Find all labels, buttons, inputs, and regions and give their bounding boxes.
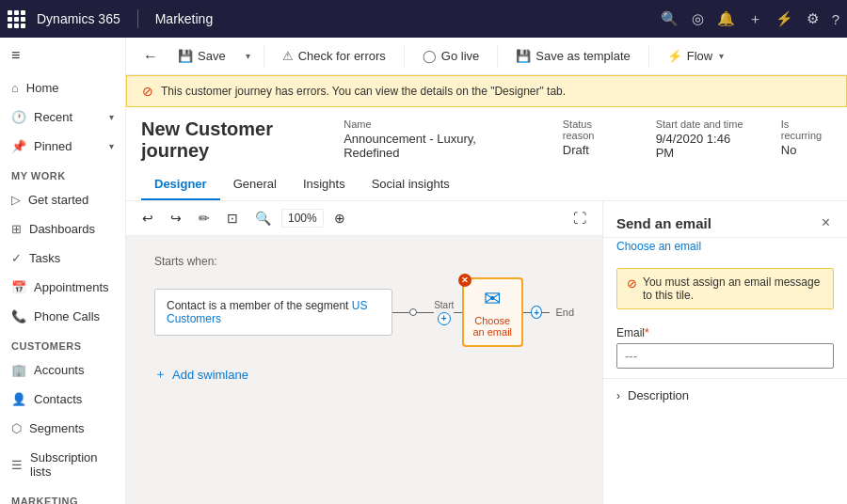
sidebar-item-tasks[interactable]: ✓ Tasks xyxy=(0,244,125,273)
check-errors-button[interactable]: ⚠ Check for errors xyxy=(272,43,396,69)
flow-line-pre-email xyxy=(454,312,461,313)
sidebar-item-subscription-lists[interactable]: ☰ Subscription lists xyxy=(0,443,125,486)
zoom-in-button[interactable]: ⊕ xyxy=(328,207,352,229)
nav-icons: 🔍 ◎ 🔔 ＋ ⚡ ⚙ ? xyxy=(661,10,839,28)
settings-icon[interactable]: ⚙ xyxy=(807,10,819,27)
undo-button[interactable]: ↩ xyxy=(136,207,160,229)
email-field-label: Email* xyxy=(616,326,834,339)
my-work-section-header: My Work xyxy=(0,161,125,185)
customers-section-header: Customers xyxy=(0,331,125,355)
panel-close-button[interactable]: × xyxy=(818,213,834,233)
hamburger-button[interactable]: ≡ xyxy=(0,38,125,73)
hamburger-icon: ≡ xyxy=(11,47,20,64)
segment-node: Contact is a member of the segment US Cu… xyxy=(154,289,392,336)
page-title: New Customer journey xyxy=(141,118,344,162)
tab-general[interactable]: General xyxy=(220,169,290,200)
end-label: End xyxy=(555,307,574,318)
meta-name-label: Name xyxy=(344,118,533,130)
toolbar-sep-1 xyxy=(264,46,264,67)
nav-separator xyxy=(137,9,138,28)
go-live-icon: ◯ xyxy=(423,49,437,63)
meta-status: Status reason Draft xyxy=(563,118,626,160)
meta-name-value: Announcement - Luxury, Redefined xyxy=(344,132,476,160)
subscription-lists-label: Subscription lists xyxy=(30,450,114,479)
tab-social-insights[interactable]: Social insights xyxy=(359,169,463,200)
tab-designer[interactable]: Designer xyxy=(141,169,220,200)
module-name: Marketing xyxy=(155,11,213,26)
toolbar-sep-2 xyxy=(404,46,405,67)
go-live-button[interactable]: ◯ Go live xyxy=(412,43,489,69)
panel-error-message: ⊘ You must assign an email message to th… xyxy=(616,268,834,309)
layout-button[interactable]: ⊡ xyxy=(220,207,245,229)
toolbar: ← 💾 Save ▾ ⚠ Check for errors ◯ Go live … xyxy=(126,38,847,75)
search-icon[interactable]: 🔍 xyxy=(661,10,679,27)
toolbar-sep-4 xyxy=(648,46,649,67)
marketing-execution-section-header: Marketing execution xyxy=(0,486,125,504)
add-after-email-button[interactable]: + xyxy=(531,306,542,319)
description-section[interactable]: › Description xyxy=(603,378,847,412)
redo-button[interactable]: ↪ xyxy=(164,207,188,229)
brand-name: Dynamics 365 xyxy=(37,11,120,26)
sidebar-item-segments[interactable]: ⬡ Segments xyxy=(0,414,125,443)
accounts-label: Accounts xyxy=(34,363,84,377)
email-icon: ✉ xyxy=(484,287,501,311)
apps-grid-icon xyxy=(8,10,25,28)
sidebar-item-pinned[interactable]: 📌 Pinned ▾ xyxy=(0,132,125,161)
dashboards-label: Dashboards xyxy=(29,222,95,236)
error-banner: ⊘ This customer journey has errors. You … xyxy=(126,75,847,107)
panel-body: Email* xyxy=(603,317,847,378)
panel-header: Send an email × xyxy=(603,201,847,238)
segments-label: Segments xyxy=(29,421,85,435)
description-label: Description xyxy=(628,388,689,402)
email-input[interactable] xyxy=(616,343,834,369)
flow-line-end xyxy=(542,312,550,313)
flow-line-post-email xyxy=(523,312,531,313)
edit-tool-button[interactable]: ✏ xyxy=(192,207,216,229)
flow-label: Flow xyxy=(687,49,712,63)
check-errors-label: Check for errors xyxy=(298,49,386,63)
save-template-button[interactable]: 💾 Save as template xyxy=(505,43,640,69)
home-icon: ⌂ xyxy=(11,81,19,95)
help-icon[interactable]: ? xyxy=(832,11,839,27)
pin-icon: 📌 xyxy=(11,139,26,153)
add-before-email-button[interactable]: + xyxy=(438,312,451,325)
save-dropdown-button[interactable]: ▾ xyxy=(240,45,256,67)
start-connector: Start + xyxy=(434,300,454,325)
fullscreen-button[interactable]: ⛶ xyxy=(567,207,593,229)
page-header: New Customer journey Name Announcement -… xyxy=(126,107,847,162)
meta-recurring-label: Is recurring xyxy=(781,118,832,141)
sidebar-item-contacts[interactable]: 👤 Contacts xyxy=(0,385,125,414)
tabs-bar: Designer General Insights Social insight… xyxy=(126,169,847,201)
journey-flow: Contact is a member of the segment US Cu… xyxy=(154,277,574,347)
add-swimlane-button[interactable]: ＋ Add swimlane xyxy=(154,366,574,383)
sidebar-item-get-started[interactable]: ▷ Get started xyxy=(0,185,125,214)
toolbar-sep-3 xyxy=(497,46,498,67)
email-icon-wrap: ✉ xyxy=(471,287,514,311)
sidebar-item-home[interactable]: ⌂ Home xyxy=(0,73,125,102)
sidebar-item-appointments[interactable]: 📅 Appointments xyxy=(0,273,125,302)
copilot-icon[interactable]: ◎ xyxy=(692,10,704,27)
flow-button[interactable]: ⚡ Flow ▾ xyxy=(657,43,734,69)
sidebar-pinned-label: Pinned xyxy=(34,139,72,153)
flow-icon: ⚡ xyxy=(667,49,682,63)
add-icon[interactable]: ＋ xyxy=(748,10,762,28)
email-node[interactable]: ✕ ✉ Choose an email xyxy=(462,277,523,347)
sidebar-item-dashboards[interactable]: ⊞ Dashboards xyxy=(0,214,125,244)
add-swimlane-label: Add swimlane xyxy=(172,368,248,382)
tab-insights[interactable]: Insights xyxy=(290,169,359,200)
sidebar-item-phone-calls[interactable]: 📞 Phone Calls xyxy=(0,302,125,331)
appointments-label: Appointments xyxy=(34,280,109,294)
save-button[interactable]: 💾 Save xyxy=(168,43,236,69)
filter-icon[interactable]: ⚡ xyxy=(775,10,793,27)
zoom-out-button[interactable]: 🔍 xyxy=(248,207,278,229)
sidebar-item-accounts[interactable]: 🏢 Accounts xyxy=(0,355,125,385)
panel-choose-email-link[interactable]: Choose an email xyxy=(603,238,847,260)
sidebar-item-recent[interactable]: 🕐 Recent ▾ xyxy=(0,102,125,132)
brand-logo[interactable]: Dynamics 365 Marketing xyxy=(8,9,213,28)
check-errors-icon: ⚠ xyxy=(282,49,294,63)
canvas-area: ↩ ↪ ✏ ⊡ 🔍 100% ⊕ ⛶ Starts when: Conta xyxy=(126,201,602,504)
error-banner-text: This customer journey has errors. You ca… xyxy=(161,85,566,98)
back-button[interactable]: ← xyxy=(137,46,164,67)
notifications-icon[interactable]: 🔔 xyxy=(717,10,735,27)
starts-when-label: Starts when: xyxy=(154,255,574,268)
